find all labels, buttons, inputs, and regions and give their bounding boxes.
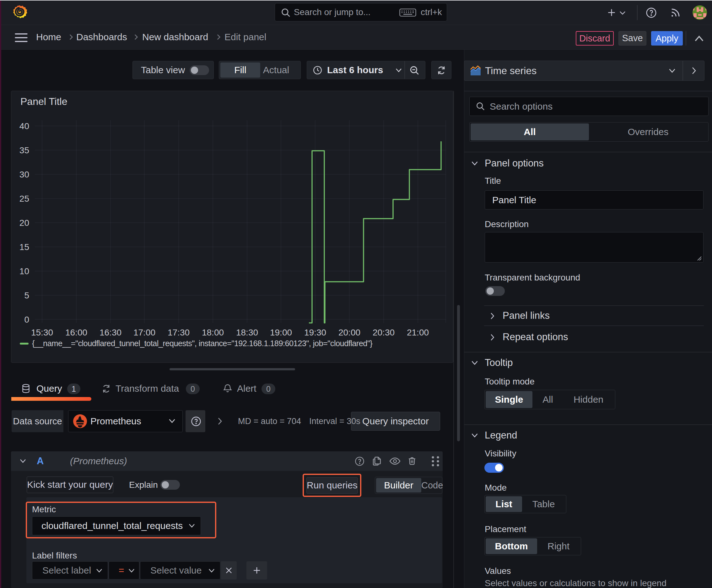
svg-text:{__name__="cloudflared_tunnel_: {__name__="cloudflared_tunnel_total_requ… bbox=[32, 339, 373, 348]
svg-text:17:30: 17:30 bbox=[168, 328, 190, 337]
svg-text:35: 35 bbox=[19, 145, 29, 155]
svg-text:18:30: 18:30 bbox=[236, 328, 258, 337]
svg-text:5: 5 bbox=[24, 291, 29, 300]
svg-text:16:00: 16:00 bbox=[65, 328, 87, 337]
svg-text:30: 30 bbox=[19, 170, 29, 180]
svg-text:19:00: 19:00 bbox=[270, 328, 292, 337]
svg-text:21:00: 21:00 bbox=[407, 328, 429, 337]
svg-text:20:00: 20:00 bbox=[339, 328, 360, 337]
svg-text:15: 15 bbox=[19, 242, 29, 252]
svg-text:20: 20 bbox=[19, 218, 29, 228]
svg-text:17:00: 17:00 bbox=[133, 328, 155, 337]
svg-text:18:00: 18:00 bbox=[202, 328, 224, 337]
svg-text:19:30: 19:30 bbox=[304, 328, 326, 337]
svg-text:16:30: 16:30 bbox=[100, 328, 122, 337]
svg-text:0: 0 bbox=[24, 315, 29, 324]
svg-text:40: 40 bbox=[19, 121, 29, 131]
svg-text:15:30: 15:30 bbox=[31, 328, 53, 337]
svg-text:20:30: 20:30 bbox=[373, 328, 395, 337]
svg-text:10: 10 bbox=[19, 266, 29, 276]
svg-text:25: 25 bbox=[19, 194, 29, 204]
